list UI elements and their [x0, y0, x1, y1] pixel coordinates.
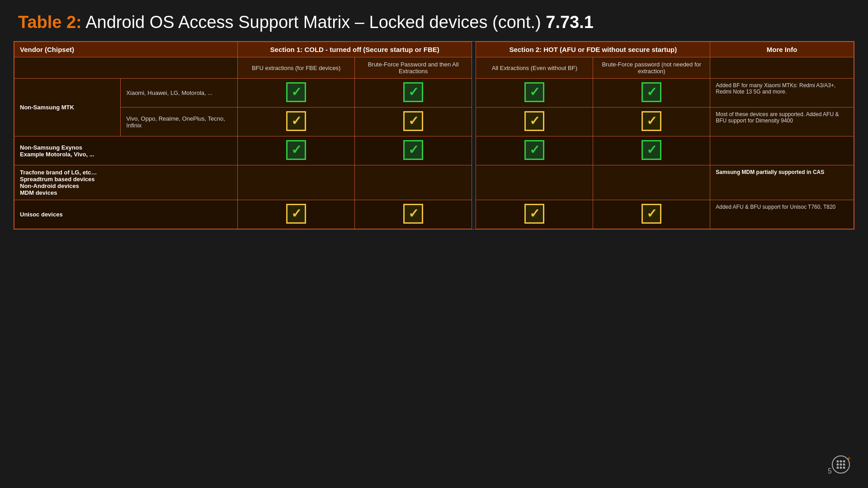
table-row: Non-Samsung MTK Xiaomi, Huawei, LG, Moto… [14, 79, 854, 108]
header-section1: Section 1: COLD - turned off (Secure sta… [238, 42, 472, 57]
page-title: Table 2: Android OS Access Support Matri… [0, 0, 868, 41]
more-info-mtk1: Added BF for many Xiaomi MTKs: Redmi A3/… [710, 79, 854, 108]
check-brute-mtk1 [355, 79, 472, 108]
more-info-unisoc: Added AFU & BFU support for Unisoc T760,… [710, 200, 854, 229]
svg-point-2 [843, 460, 845, 463]
sub-vendor-xiaomi: Xiaomi, Huawei, LG, Motorola, ... [121, 79, 238, 108]
check-allext-exynos [476, 136, 593, 165]
header-section2: Section 2: HOT (AFU or FDE without secur… [476, 42, 710, 57]
subheader-row: BFU extractions (for FBE devices) Brute-… [14, 57, 854, 79]
more-info-tracfone: Samsung MDM partially supported in CAS [710, 165, 854, 200]
subheader-bfu: BFU extractions (for FBE devices) [238, 57, 355, 79]
svg-point-4 [840, 464, 842, 466]
check-allext-mtk1 [476, 79, 593, 108]
check-allext-unisoc [476, 200, 593, 229]
table-row: Non-Samsung ExynosExample Motorola, Vivo… [14, 136, 854, 165]
title-table2: Table 2: [18, 13, 82, 32]
svg-point-7 [840, 467, 842, 469]
check-allext-mtk2 [476, 108, 593, 136]
check-brute-unisoc [355, 200, 472, 229]
check-brute-mtk2 [355, 108, 472, 136]
check-bfu-tracfone [238, 165, 355, 200]
check-brutehot-exynos [593, 136, 710, 165]
check-brute-exynos [355, 136, 472, 165]
more-info-mtk2: Most of these devices are supported. Add… [710, 108, 854, 136]
vendor-tracfone: Tracfone brand of LG, etc…Spreadtrum bas… [14, 165, 238, 200]
title-version: 7.73.1 [546, 13, 594, 32]
svg-point-3 [837, 464, 839, 466]
vendor-mtk: Non-Samsung MTK [14, 79, 121, 136]
vendor-exynos: Non-Samsung ExynosExample Motorola, Vivo… [14, 136, 238, 165]
page-number: 5 [828, 467, 832, 475]
table-row: Tracfone brand of LG, etc…Spreadtrum bas… [14, 165, 854, 200]
check-bfu-exynos [238, 136, 355, 165]
table-row: Unisoc devices Added AFU & BFU support f… [14, 200, 854, 229]
table-row: Vivo, Oppo, Realme, OnePlus, Tecno, Infi… [14, 108, 854, 136]
check-bfu-unisoc [238, 200, 355, 229]
check-brutehot-tracfone [593, 165, 710, 200]
check-bfu-mtk2 [238, 108, 355, 136]
subheader-brute-hot: Brute-Force password (not needed for ext… [593, 57, 710, 79]
vendor-unisoc: Unisoc devices [14, 200, 238, 229]
check-brute-tracfone [355, 165, 472, 200]
check-bfu-mtk1 [238, 79, 355, 108]
check-brutehot-mtk1 [593, 79, 710, 108]
table-container: Vendor (Chipset) Section 1: COLD - turne… [14, 41, 854, 230]
svg-point-5 [843, 464, 845, 466]
svg-point-8 [843, 467, 845, 469]
logo-area: + [832, 455, 854, 478]
title-main: Android OS Access Support Matrix – Locke… [82, 13, 546, 32]
header-row: Vendor (Chipset) Section 1: COLD - turne… [14, 42, 854, 57]
svg-point-1 [840, 460, 842, 463]
header-more-info: More Info [710, 42, 854, 57]
svg-point-6 [837, 467, 839, 469]
sub-vendor-vivo: Vivo, Oppo, Realme, OnePlus, Tecno, Infi… [121, 108, 238, 136]
header-vendor: Vendor (Chipset) [14, 42, 238, 57]
subheader-all-ext: All Extractions (Even without BF) [476, 57, 593, 79]
check-allext-tracfone [476, 165, 593, 200]
more-info-exynos [710, 136, 854, 165]
check-brutehot-unisoc [593, 200, 710, 229]
check-brutehot-mtk2 [593, 108, 710, 136]
svg-point-0 [837, 460, 839, 463]
subheader-brute: Brute-Force Password and then All Extrac… [355, 57, 472, 79]
